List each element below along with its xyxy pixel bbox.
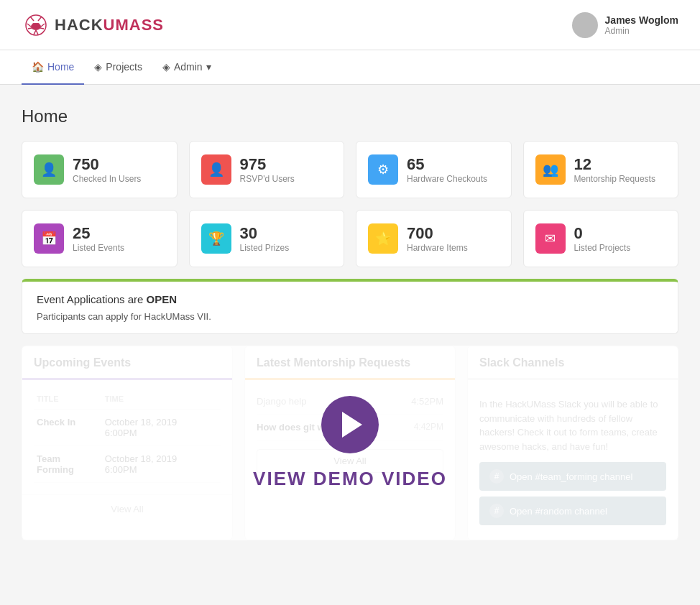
svg-line-5: [41, 24, 45, 27]
hw-checkouts-icon: ⚙: [368, 154, 398, 185]
play-icon: [342, 412, 362, 438]
checked-users-icon: 👤: [34, 154, 64, 185]
home-icon: 🏠: [32, 61, 44, 73]
user-info: James Woglom Admin: [605, 14, 678, 36]
nav-bar: 🏠 Home ◈ Projects ◈ Admin ▾: [0, 50, 700, 85]
demo-label: VIEW DEMO VIDEO: [253, 468, 447, 490]
projects-icon: ◈: [94, 61, 102, 73]
svg-line-11: [38, 17, 42, 21]
nav-item-admin[interactable]: ◈ Admin ▾: [152, 50, 221, 85]
user-role: Admin: [605, 26, 678, 36]
hw-items-icon: ⭐: [368, 223, 398, 254]
stat-info: 30 Listed Prizes: [240, 224, 290, 253]
svg-line-4: [27, 24, 31, 27]
nav-item-projects[interactable]: ◈ Projects: [84, 50, 152, 85]
stat-card-checked-users[interactable]: 👤 750 Checked In Users: [22, 141, 178, 198]
avatar: [572, 12, 598, 38]
stat-card-events[interactable]: 📅 25 Listed Events: [22, 210, 178, 267]
top-header: HACKUMASS James Woglom Admin: [0, 0, 700, 50]
user-name: James Woglom: [605, 14, 678, 26]
stat-info: 12 Mentorship Requests: [574, 155, 655, 184]
stat-info: 65 Hardware Checkouts: [407, 155, 487, 184]
svg-line-10: [30, 17, 34, 21]
page-title: Home: [22, 106, 678, 126]
stat-info: 700 Hardware Items: [407, 224, 468, 253]
stat-info: 0 Listed Projects: [574, 224, 631, 253]
svg-point-3: [37, 23, 40, 26]
stat-card-hw-items[interactable]: ⭐ 700 Hardware Items: [356, 210, 512, 267]
logo-area: HACKUMASS: [22, 11, 164, 40]
projects-stat-icon: ✉: [535, 223, 566, 254]
stats-row-2: 📅 25 Listed Events 🏆 30 Listed Prizes ⭐ …: [22, 210, 678, 267]
logo-text: HACKUMASS: [55, 16, 164, 34]
events-icon: 📅: [34, 223, 64, 254]
nav-item-home[interactable]: 🏠 Home: [22, 50, 84, 85]
event-banner-desc: Participants can apply for HackUMass VII…: [37, 311, 663, 322]
bottom-panels: Upcoming Events TITLE TIME Check In Octo…: [22, 346, 678, 540]
prizes-icon: 🏆: [201, 223, 231, 254]
svg-line-7: [40, 28, 44, 29]
stat-info: 750 Checked In Users: [73, 155, 141, 184]
svg-line-8: [34, 30, 36, 34]
stat-info: 975 RSVP'd Users: [240, 155, 295, 184]
stat-card-prizes[interactable]: 🏆 30 Listed Prizes: [189, 210, 345, 267]
main-content: Home 👤 750 Checked In Users 👤 975 RSVP'd…: [0, 85, 700, 562]
chevron-down-icon: ▾: [206, 61, 211, 73]
mentorship-icon: 👥: [535, 154, 566, 185]
svg-line-9: [36, 30, 38, 34]
stat-card-projects[interactable]: ✉ 0 Listed Projects: [523, 210, 679, 267]
stat-info: 25 Listed Events: [73, 224, 124, 253]
event-banner: Event Applications are OPEN Participants…: [22, 279, 678, 334]
admin-icon: ◈: [162, 61, 170, 73]
stats-row-1: 👤 750 Checked In Users 👤 975 RSVP'd User…: [22, 141, 678, 198]
user-area: James Woglom Admin: [572, 12, 678, 38]
stat-card-rsvpd-users[interactable]: 👤 975 RSVP'd Users: [189, 141, 345, 198]
event-banner-title: Event Applications are OPEN: [37, 293, 663, 305]
play-button[interactable]: [321, 396, 379, 453]
svg-point-2: [32, 23, 35, 26]
svg-line-6: [28, 28, 32, 29]
video-overlay[interactable]: VIEW DEMO VIDEO: [22, 346, 678, 540]
logo-icon: [22, 11, 50, 40]
stat-card-mentorship[interactable]: 👥 12 Mentorship Requests: [523, 141, 679, 198]
stat-card-hw-checkouts[interactable]: ⚙ 65 Hardware Checkouts: [356, 141, 512, 198]
rsvpd-users-icon: 👤: [201, 154, 231, 185]
